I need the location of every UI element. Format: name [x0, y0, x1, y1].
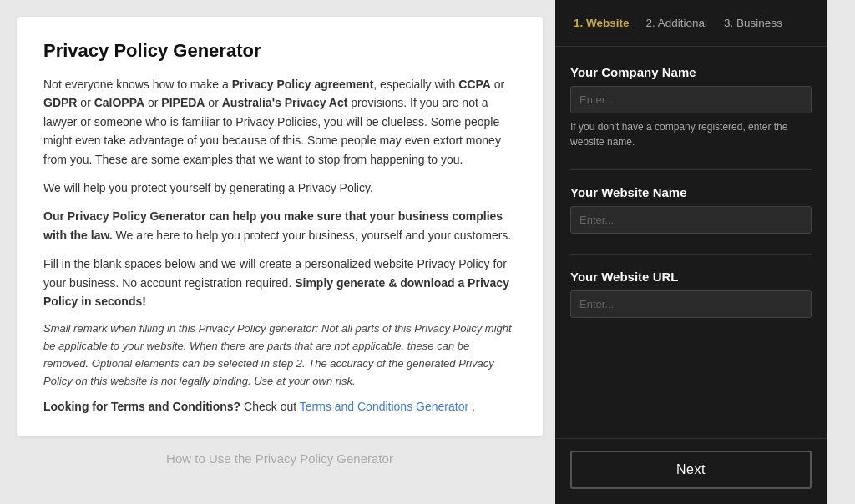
next-button[interactable]: Next — [570, 451, 812, 489]
help-text: We will help you protect yourself by gen… — [43, 179, 516, 197]
terms-link[interactable]: Terms and Conditions Generator — [300, 400, 468, 413]
form-area: Your Company Name If you don't have a co… — [555, 47, 827, 438]
next-button-area: Next — [555, 438, 827, 504]
terms-suffix: . — [472, 400, 475, 413]
website-url-label: Your Website URL — [570, 270, 812, 284]
fill-text: Fill in the blank spaces below and we wi… — [43, 255, 516, 310]
company-name-group: Your Company Name If you don't have a co… — [570, 65, 812, 149]
tab-website[interactable]: 1. Website — [570, 15, 633, 31]
terms-middle: Check out — [244, 400, 300, 413]
bold-section: Our Privacy Policy Generator can help yo… — [43, 207, 516, 244]
page-title: Privacy Policy Generator — [43, 40, 516, 62]
bottom-label: How to Use the Privacy Policy Generator — [17, 436, 543, 474]
divider-1 — [570, 169, 812, 170]
tabs-bar: 1. Website 2. Additional 3. Business — [555, 0, 827, 47]
left-content: Privacy Policy Generator Not everyone kn… — [17, 17, 543, 436]
website-url-input[interactable] — [570, 290, 812, 318]
divider-2 — [570, 254, 812, 255]
website-url-group: Your Website URL — [570, 270, 812, 318]
tab-business[interactable]: 3. Business — [721, 15, 786, 31]
tab-additional[interactable]: 2. Additional — [643, 15, 711, 31]
company-name-input[interactable] — [570, 86, 812, 113]
intro-paragraph: Not everyone knows how to make a Privacy… — [43, 75, 516, 169]
company-name-label: Your Company Name — [570, 65, 812, 79]
website-name-group: Your Website Name — [570, 185, 812, 234]
website-name-input[interactable] — [570, 206, 812, 234]
terms-prefix: Looking for Terms and Conditions? — [43, 400, 240, 413]
italic-note: Small remark when filling in this Privac… — [43, 320, 516, 390]
terms-line: Looking for Terms and Conditions? Check … — [43, 400, 516, 413]
left-panel: Privacy Policy Generator Not everyone kn… — [0, 0, 555, 504]
website-name-label: Your Website Name — [570, 185, 812, 199]
right-panel: 1. Website 2. Additional 3. Business You… — [555, 0, 827, 504]
company-name-hint: If you don't have a company registered, … — [570, 119, 812, 149]
